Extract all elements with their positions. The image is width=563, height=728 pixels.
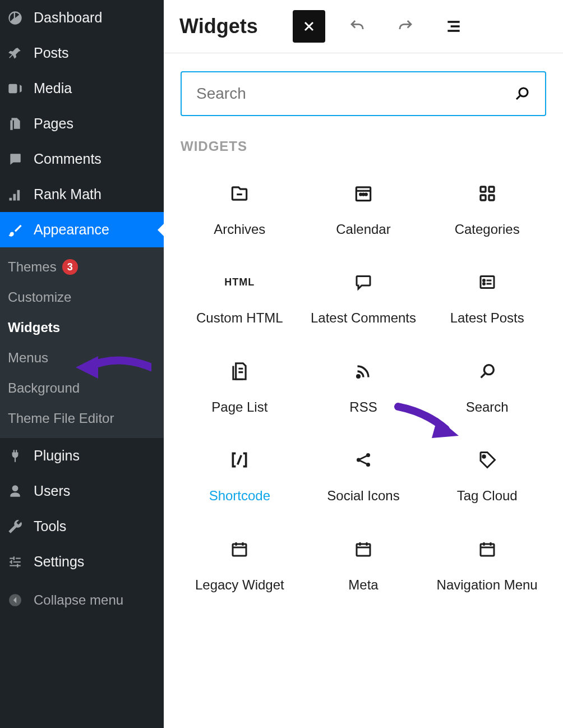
block-label: Tag Cloud	[457, 487, 518, 505]
inserter-content: WIDGETS Archives Calendar Categories	[164, 53, 563, 612]
media-icon	[7, 81, 24, 96]
block-label: RSS	[349, 398, 377, 416]
block-label: Categories	[455, 220, 520, 238]
svg-point-5	[365, 193, 367, 195]
list-icon	[477, 271, 497, 293]
block-meta[interactable]: Meta	[304, 538, 423, 594]
block-label: Calendar	[336, 220, 390, 238]
sidebar-item-comments[interactable]: Comments	[0, 141, 164, 177]
svg-rect-9	[489, 195, 494, 200]
grid-icon	[477, 182, 497, 205]
sidebar-item-label: Pages	[34, 116, 73, 132]
block-label: Search	[466, 398, 509, 416]
svg-point-12	[483, 283, 484, 285]
update-badge: 3	[62, 259, 78, 275]
rss-icon	[353, 360, 373, 383]
block-label: Latest Comments	[311, 309, 416, 327]
sliders-icon	[7, 555, 24, 569]
block-label: Social Icons	[327, 487, 399, 505]
calendar2-icon	[229, 538, 250, 560]
block-rss[interactable]: RSS	[304, 360, 423, 416]
sidebar-item-label: Tools	[34, 518, 66, 535]
html-icon: HTML	[224, 271, 255, 293]
submenu-item-menus[interactable]: Menus	[0, 343, 164, 373]
submenu-item-background[interactable]: Background	[0, 373, 164, 403]
block-categories[interactable]: Categories	[428, 182, 546, 238]
submenu-item-label: Themes	[8, 259, 57, 275]
sidebar-item-plugins[interactable]: Plugins	[0, 438, 164, 473]
submenu-item-themes[interactable]: Themes 3	[0, 252, 164, 282]
redo-button[interactable]	[389, 10, 422, 43]
block-calendar[interactable]: Calendar	[304, 182, 423, 238]
sidebar-item-tools[interactable]: Tools	[0, 509, 164, 544]
svg-rect-10	[481, 277, 494, 288]
calendar2-icon	[353, 538, 373, 560]
sidebar-item-dashboard[interactable]: Dashboard	[0, 0, 164, 35]
dashboard-icon	[7, 10, 24, 26]
appearance-submenu: Themes 3 Customize Widgets Menus Backgro…	[0, 247, 164, 438]
svg-point-13	[357, 375, 360, 377]
undo-button[interactable]	[341, 10, 373, 43]
block-latest-comments[interactable]: Latest Comments	[304, 271, 423, 327]
sidebar-item-users[interactable]: Users	[0, 473, 164, 509]
block-legacy-widget[interactable]: Legacy Widget	[181, 538, 299, 594]
svg-point-14	[484, 365, 493, 374]
comment-icon	[7, 152, 24, 167]
svg-rect-8	[481, 195, 486, 200]
block-custom-html[interactable]: HTML Custom HTML	[181, 271, 299, 327]
submenu-item-label: Menus	[8, 350, 48, 366]
svg-rect-19	[233, 544, 246, 556]
user-icon	[7, 484, 24, 499]
editor-topbar: Widgets	[164, 0, 563, 53]
block-label: Custom HTML	[196, 309, 283, 327]
sidebar-item-settings[interactable]: Settings	[0, 544, 164, 579]
submenu-item-label: Background	[8, 380, 80, 396]
sidebar-item-media[interactable]: Media	[0, 71, 164, 106]
block-label: Archives	[214, 220, 265, 238]
search-input[interactable]	[196, 85, 514, 103]
share-icon	[354, 449, 373, 471]
sidebar-item-rank-math[interactable]: Rank Math	[0, 177, 164, 212]
block-tag-cloud[interactable]: Tag Cloud	[428, 449, 546, 505]
block-search[interactable]: Search	[428, 360, 546, 416]
sidebar-item-label: Plugins	[34, 448, 80, 464]
block-archives[interactable]: Archives	[181, 182, 299, 238]
block-social-icons[interactable]: Social Icons	[304, 449, 423, 505]
block-navigation-menu[interactable]: Navigation Menu	[428, 538, 546, 594]
svg-rect-6	[481, 187, 486, 192]
block-page-list[interactable]: Page List	[181, 360, 299, 416]
sidebar-item-pages[interactable]: Pages	[0, 106, 164, 141]
outline-button[interactable]	[437, 10, 470, 43]
block-label: Navigation Menu	[437, 576, 538, 594]
sidebar-item-posts[interactable]: Posts	[0, 35, 164, 71]
block-label: Meta	[348, 576, 378, 594]
calendar2-icon	[477, 538, 497, 560]
brush-icon	[7, 222, 24, 238]
close-inserter-button[interactable]	[293, 10, 325, 43]
submenu-item-customize[interactable]: Customize	[0, 282, 164, 312]
sidebar-item-appearance[interactable]: Appearance	[0, 212, 164, 247]
pages-icon	[7, 117, 24, 131]
sidebar-item-label: Dashboard	[34, 10, 102, 26]
submenu-item-widgets[interactable]: Widgets	[0, 312, 164, 343]
pushpin-icon	[7, 46, 24, 61]
speech-icon	[353, 271, 373, 293]
main-panel: Widgets WIDGETS Archive	[164, 0, 563, 728]
submenu-item-theme-file-editor[interactable]: Theme File Editor	[0, 403, 164, 434]
admin-sidebar: Dashboard Posts Media Pages Comments Ran…	[0, 0, 164, 728]
block-latest-posts[interactable]: Latest Posts	[428, 271, 546, 327]
search-icon[interactable]	[514, 85, 530, 102]
chart-icon	[7, 187, 24, 202]
collapse-menu-button[interactable]: Collapse menu	[0, 583, 164, 618]
pagelist-icon	[229, 360, 250, 383]
sidebar-item-label: Posts	[34, 45, 69, 61]
sidebar-item-label: Users	[34, 483, 70, 499]
page-title: Widgets	[179, 15, 258, 38]
block-shortcode[interactable]: Shortcode	[181, 449, 299, 505]
svg-point-4	[362, 193, 364, 195]
svg-point-3	[360, 193, 362, 195]
svg-rect-21	[481, 544, 494, 556]
block-label: Page List	[211, 398, 267, 416]
search-icon	[478, 360, 497, 383]
svg-point-18	[482, 455, 485, 458]
